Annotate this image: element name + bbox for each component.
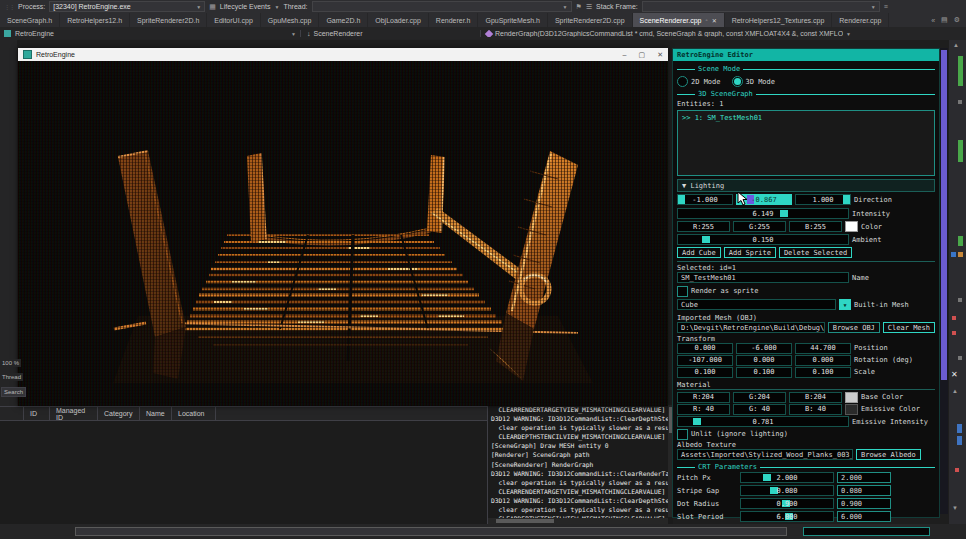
scale-z-field[interactable]: 0.100 — [795, 367, 851, 378]
dot-radius-input[interactable]: 0.900 — [837, 498, 891, 509]
position-y-field[interactable]: -6.000 — [736, 343, 792, 354]
clipped-search-box[interactable] — [75, 527, 787, 536]
direction-z-slider[interactable]: 1.000 — [795, 194, 851, 205]
output-console[interactable]: CLEARRENDERTARGETVIEW_MISMATCHINGCLEARVA… — [487, 405, 673, 524]
tab-renderer-cpp[interactable]: Renderer.cpp — [832, 13, 889, 27]
scale-x-field[interactable]: 0.100 — [677, 367, 733, 378]
intensity-slider[interactable]: 6.149 — [677, 208, 849, 219]
pitch-px-input[interactable]: 2.000 — [837, 472, 891, 483]
project-dropdown[interactable]: RetroEngine ▼ — [0, 30, 300, 37]
browse-obj-button[interactable]: Browse OBJ — [828, 322, 880, 333]
stack-list-icon[interactable]: ☰ — [586, 3, 592, 11]
threads-col-blank[interactable] — [0, 407, 24, 420]
render-as-sprite-label[interactable]: Render as sprite — [691, 287, 758, 295]
slot-period-input[interactable]: 6.000 — [837, 511, 891, 522]
unlit-label[interactable]: Unlit (ignore lighting) — [691, 430, 788, 438]
panel-scrollbar[interactable] — [940, 48, 948, 514]
tab-spriterenderer2d-h[interactable]: SpriteRenderer2D.h — [130, 13, 207, 27]
render-as-sprite-checkbox[interactable] — [677, 286, 688, 297]
browse-albedo-button[interactable]: Browse Albedo — [856, 449, 921, 460]
clipped-panel-input[interactable] — [803, 527, 930, 536]
editor-scrollbar-strip[interactable]: ▲ ✕ ▲ ▼ ▸ — [949, 40, 966, 539]
emissive-g-field[interactable]: G: 40 — [733, 404, 786, 415]
process-dropdown[interactable]: [32340] RetroEngine.exe ▼ — [49, 1, 205, 12]
pitch-px-slider[interactable]: 2.000 — [740, 472, 834, 483]
add-sprite-button[interactable]: Add Sprite — [724, 247, 776, 258]
lifecycle-events-icon[interactable]: ▦ — [209, 3, 216, 11]
builtin-mesh-combo[interactable]: Cube — [677, 299, 836, 310]
stack-frame-dropdown[interactable]: ▼ — [642, 1, 880, 12]
tab-game2d-h[interactable]: Game2D.h — [319, 13, 368, 27]
threads-col-id[interactable]: ID — [24, 407, 50, 420]
panel-scrollbar-thumb[interactable] — [941, 50, 947, 380]
threads-col-category[interactable]: Category — [98, 407, 140, 420]
stripe-gap-input[interactable]: 0.080 — [837, 485, 891, 496]
scroll-down-icon[interactable]: ▼ — [952, 505, 958, 511]
base-r-field[interactable]: R:204 — [677, 392, 730, 403]
color-g-field[interactable]: G:255 — [733, 221, 786, 232]
lifecycle-label[interactable]: Lifecycle Events — [220, 3, 271, 10]
threads-col-managed-id[interactable]: Managed ID — [50, 407, 98, 420]
tab-gpumesh-cpp[interactable]: GpuMesh.cpp — [261, 13, 320, 27]
entity-list-item-selected[interactable]: >> 1: SM_TestMesh01 — [678, 111, 934, 125]
stripe-gap-slider[interactable]: 0.080 — [740, 485, 834, 496]
editor-panel-title[interactable]: RetroEngine Editor — [673, 49, 939, 61]
scroll-up-icon[interactable]: ▲ — [953, 42, 959, 48]
tab-retrohelpers12-textures-cpp[interactable]: RetroHelpers12_Textures.cpp — [725, 13, 833, 27]
close-icon[interactable]: ✕ — [951, 370, 958, 379]
threads-col-name[interactable]: Name — [140, 407, 172, 420]
scroll-up-icon[interactable]: ▲ — [952, 388, 958, 394]
color-r-field[interactable]: R:255 — [677, 221, 730, 232]
delete-selected-button[interactable]: Delete Selected — [779, 247, 852, 258]
threads-col-location[interactable]: Location — [172, 407, 216, 420]
maximize-button[interactable]: ▢ — [639, 51, 646, 59]
method-dropdown[interactable]: RenderGraph(D3D12GraphicsCommandList * c… — [480, 30, 966, 37]
flag-icon[interactable]: ⚑ — [576, 3, 582, 11]
lighting-collapsible-header[interactable]: ▼ Lighting — [677, 179, 935, 192]
minimize-button[interactable]: – — [623, 51, 627, 59]
tab-editorui-cpp[interactable]: EditorUI.cpp — [207, 13, 261, 27]
emissive-b-field[interactable]: B: 40 — [789, 404, 842, 415]
zoom-level-fragment[interactable]: 100 % — [0, 359, 21, 367]
combo-arrow-button[interactable]: ▼ — [839, 299, 851, 310]
toolbar-overflow-icon[interactable]: ≡ — [884, 3, 888, 10]
tab-objloader-cpp[interactable]: ObjLoader.cpp — [368, 13, 429, 27]
base-b-field[interactable]: B:204 — [789, 392, 842, 403]
pin-icon[interactable]: ◦ — [706, 17, 708, 23]
slot-period-slider[interactable]: 6.000 — [740, 511, 834, 522]
emissive-color-swatch[interactable] — [845, 404, 858, 415]
app-titlebar[interactable]: RetroEngine – ▢ ✕ — [18, 48, 668, 61]
symbol-dropdown[interactable]: ↓ SceneRenderer — [300, 30, 480, 37]
radio-2d-mode[interactable] — [677, 76, 688, 87]
clear-mesh-button[interactable]: Clear Mesh — [883, 322, 935, 333]
search-fragment[interactable]: Search — [1, 387, 26, 397]
rotation-z-field[interactable]: 0.000 — [795, 355, 851, 366]
radio-2d-label[interactable]: 2D Mode — [691, 78, 721, 86]
emissive-r-field[interactable]: R: 40 — [677, 404, 730, 415]
unlit-checkbox[interactable] — [677, 429, 688, 440]
entity-listbox[interactable]: >> 1: SM_TestMesh01 — [677, 110, 935, 176]
position-z-field[interactable]: 44.700 — [795, 343, 851, 354]
tab-list-icon[interactable]: ▤ — [941, 16, 948, 24]
crt-viewport[interactable] — [18, 61, 668, 406]
base-color-swatch[interactable] — [845, 392, 858, 403]
tab-scenegraph-h[interactable]: SceneGraph.h — [0, 13, 60, 27]
position-x-field[interactable]: 0.000 — [677, 343, 733, 354]
scale-y-field[interactable]: 0.100 — [736, 367, 792, 378]
albedo-path-input[interactable]: Assets\Imported\Stylized_Wood_Planks_003… — [677, 449, 853, 460]
tab-overflow-icon[interactable]: « — [931, 17, 935, 24]
close-button[interactable]: ✕ — [657, 51, 663, 59]
tab-retrohelpers12-h[interactable]: RetroHelpers12.h — [60, 13, 130, 27]
tab-renderer-h[interactable]: Renderer.h — [429, 13, 479, 27]
ambient-slider[interactable]: 0.150 — [677, 234, 849, 245]
gear-icon[interactable]: ⚙ — [954, 16, 960, 24]
rotation-x-field[interactable]: -107.000 — [677, 355, 733, 366]
close-icon[interactable]: ✕ — [712, 17, 717, 24]
radio-3d-mode[interactable] — [732, 76, 743, 87]
dot-radius-slider[interactable]: 0.900 — [740, 498, 834, 509]
add-cube-button[interactable]: Add Cube — [677, 247, 721, 258]
light-color-swatch[interactable] — [845, 221, 858, 232]
obj-path-input[interactable]: D:\Devgit\RetroEngine\Build\Debug\Assets… — [677, 322, 825, 333]
name-input[interactable]: SM_TestMesh01 — [677, 272, 849, 283]
tab-spriterenderer2d-cpp[interactable]: SpriteRenderer2D.cpp — [548, 13, 633, 27]
